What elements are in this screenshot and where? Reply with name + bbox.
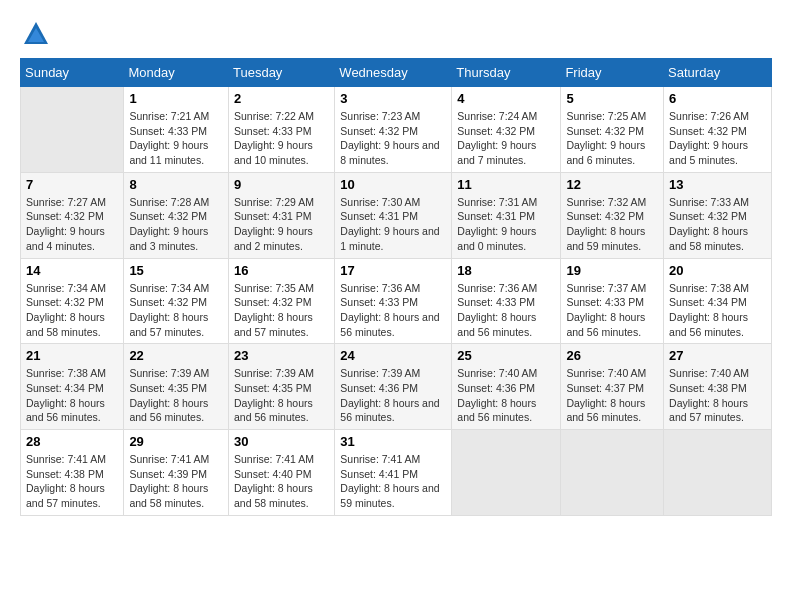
- sunrise-text: Sunrise: 7:36 AM: [340, 281, 446, 296]
- daylight-text: Daylight: 9 hours and 8 minutes.: [340, 138, 446, 167]
- sunrise-text: Sunrise: 7:35 AM: [234, 281, 329, 296]
- daylight-text: Daylight: 9 hours and 7 minutes.: [457, 138, 555, 167]
- daylight-text: Daylight: 8 hours and 56 minutes.: [340, 310, 446, 339]
- sunset-text: Sunset: 4:34 PM: [26, 381, 118, 396]
- sunset-text: Sunset: 4:36 PM: [457, 381, 555, 396]
- daylight-text: Daylight: 8 hours and 56 minutes.: [669, 310, 766, 339]
- daylight-text: Daylight: 9 hours and 11 minutes.: [129, 138, 223, 167]
- header-day: Friday: [561, 59, 664, 87]
- cell-content: Sunrise: 7:39 AM Sunset: 4:36 PM Dayligh…: [340, 366, 446, 425]
- day-number: 31: [340, 434, 446, 449]
- sunrise-text: Sunrise: 7:39 AM: [234, 366, 329, 381]
- cell-content: Sunrise: 7:39 AM Sunset: 4:35 PM Dayligh…: [234, 366, 329, 425]
- cell-content: Sunrise: 7:34 AM Sunset: 4:32 PM Dayligh…: [129, 281, 223, 340]
- sunset-text: Sunset: 4:36 PM: [340, 381, 446, 396]
- calendar-week-row: 7 Sunrise: 7:27 AM Sunset: 4:32 PM Dayli…: [21, 172, 772, 258]
- sunset-text: Sunset: 4:32 PM: [669, 209, 766, 224]
- daylight-text: Daylight: 9 hours and 2 minutes.: [234, 224, 329, 253]
- sunset-text: Sunset: 4:32 PM: [340, 124, 446, 139]
- sunrise-text: Sunrise: 7:40 AM: [669, 366, 766, 381]
- day-number: 11: [457, 177, 555, 192]
- day-number: 4: [457, 91, 555, 106]
- cell-content: Sunrise: 7:36 AM Sunset: 4:33 PM Dayligh…: [340, 281, 446, 340]
- day-number: 22: [129, 348, 223, 363]
- sunrise-text: Sunrise: 7:31 AM: [457, 195, 555, 210]
- cell-content: Sunrise: 7:29 AM Sunset: 4:31 PM Dayligh…: [234, 195, 329, 254]
- day-number: 12: [566, 177, 658, 192]
- calendar-cell: [561, 430, 664, 516]
- sunrise-text: Sunrise: 7:28 AM: [129, 195, 223, 210]
- sunrise-text: Sunrise: 7:24 AM: [457, 109, 555, 124]
- daylight-text: Daylight: 8 hours and 58 minutes.: [669, 224, 766, 253]
- sunrise-text: Sunrise: 7:34 AM: [26, 281, 118, 296]
- sunrise-text: Sunrise: 7:32 AM: [566, 195, 658, 210]
- daylight-text: Daylight: 8 hours and 57 minutes.: [129, 310, 223, 339]
- day-number: 3: [340, 91, 446, 106]
- daylight-text: Daylight: 9 hours and 5 minutes.: [669, 138, 766, 167]
- sunset-text: Sunset: 4:41 PM: [340, 467, 446, 482]
- sunset-text: Sunset: 4:34 PM: [669, 295, 766, 310]
- header-day: Tuesday: [228, 59, 334, 87]
- cell-content: Sunrise: 7:24 AM Sunset: 4:32 PM Dayligh…: [457, 109, 555, 168]
- daylight-text: Daylight: 8 hours and 56 minutes.: [129, 396, 223, 425]
- calendar-cell: 28 Sunrise: 7:41 AM Sunset: 4:38 PM Dayl…: [21, 430, 124, 516]
- calendar-cell: 11 Sunrise: 7:31 AM Sunset: 4:31 PM Dayl…: [452, 172, 561, 258]
- calendar-cell: 15 Sunrise: 7:34 AM Sunset: 4:32 PM Dayl…: [124, 258, 229, 344]
- sunset-text: Sunset: 4:37 PM: [566, 381, 658, 396]
- daylight-text: Daylight: 8 hours and 59 minutes.: [340, 481, 446, 510]
- calendar-cell: 12 Sunrise: 7:32 AM Sunset: 4:32 PM Dayl…: [561, 172, 664, 258]
- calendar-cell: 29 Sunrise: 7:41 AM Sunset: 4:39 PM Dayl…: [124, 430, 229, 516]
- cell-content: Sunrise: 7:30 AM Sunset: 4:31 PM Dayligh…: [340, 195, 446, 254]
- daylight-text: Daylight: 8 hours and 56 minutes.: [234, 396, 329, 425]
- calendar-cell: 21 Sunrise: 7:38 AM Sunset: 4:34 PM Dayl…: [21, 344, 124, 430]
- cell-content: Sunrise: 7:40 AM Sunset: 4:38 PM Dayligh…: [669, 366, 766, 425]
- cell-content: Sunrise: 7:41 AM Sunset: 4:38 PM Dayligh…: [26, 452, 118, 511]
- sunset-text: Sunset: 4:32 PM: [457, 124, 555, 139]
- cell-content: Sunrise: 7:34 AM Sunset: 4:32 PM Dayligh…: [26, 281, 118, 340]
- cell-content: Sunrise: 7:36 AM Sunset: 4:33 PM Dayligh…: [457, 281, 555, 340]
- calendar-cell: 26 Sunrise: 7:40 AM Sunset: 4:37 PM Dayl…: [561, 344, 664, 430]
- header-day: Wednesday: [335, 59, 452, 87]
- sunrise-text: Sunrise: 7:39 AM: [340, 366, 446, 381]
- daylight-text: Daylight: 9 hours and 0 minutes.: [457, 224, 555, 253]
- sunset-text: Sunset: 4:40 PM: [234, 467, 329, 482]
- day-number: 19: [566, 263, 658, 278]
- cell-content: Sunrise: 7:41 AM Sunset: 4:40 PM Dayligh…: [234, 452, 329, 511]
- cell-content: Sunrise: 7:38 AM Sunset: 4:34 PM Dayligh…: [26, 366, 118, 425]
- cell-content: Sunrise: 7:22 AM Sunset: 4:33 PM Dayligh…: [234, 109, 329, 168]
- calendar-cell: 31 Sunrise: 7:41 AM Sunset: 4:41 PM Dayl…: [335, 430, 452, 516]
- sunset-text: Sunset: 4:39 PM: [129, 467, 223, 482]
- sunrise-text: Sunrise: 7:26 AM: [669, 109, 766, 124]
- calendar-cell: 17 Sunrise: 7:36 AM Sunset: 4:33 PM Dayl…: [335, 258, 452, 344]
- calendar-cell: 18 Sunrise: 7:36 AM Sunset: 4:33 PM Dayl…: [452, 258, 561, 344]
- calendar-cell: 4 Sunrise: 7:24 AM Sunset: 4:32 PM Dayli…: [452, 87, 561, 173]
- calendar-cell: 19 Sunrise: 7:37 AM Sunset: 4:33 PM Dayl…: [561, 258, 664, 344]
- sunset-text: Sunset: 4:33 PM: [340, 295, 446, 310]
- calendar-cell: 6 Sunrise: 7:26 AM Sunset: 4:32 PM Dayli…: [664, 87, 772, 173]
- day-number: 24: [340, 348, 446, 363]
- day-number: 1: [129, 91, 223, 106]
- daylight-text: Daylight: 9 hours and 3 minutes.: [129, 224, 223, 253]
- calendar-cell: 2 Sunrise: 7:22 AM Sunset: 4:33 PM Dayli…: [228, 87, 334, 173]
- sunset-text: Sunset: 4:35 PM: [234, 381, 329, 396]
- sunrise-text: Sunrise: 7:29 AM: [234, 195, 329, 210]
- header-day: Monday: [124, 59, 229, 87]
- calendar-cell: 30 Sunrise: 7:41 AM Sunset: 4:40 PM Dayl…: [228, 430, 334, 516]
- day-number: 21: [26, 348, 118, 363]
- sunset-text: Sunset: 4:32 PM: [26, 295, 118, 310]
- header-day: Thursday: [452, 59, 561, 87]
- daylight-text: Daylight: 9 hours and 1 minute.: [340, 224, 446, 253]
- calendar-cell: 7 Sunrise: 7:27 AM Sunset: 4:32 PM Dayli…: [21, 172, 124, 258]
- calendar-cell: 10 Sunrise: 7:30 AM Sunset: 4:31 PM Dayl…: [335, 172, 452, 258]
- day-number: 15: [129, 263, 223, 278]
- daylight-text: Daylight: 9 hours and 6 minutes.: [566, 138, 658, 167]
- sunset-text: Sunset: 4:33 PM: [566, 295, 658, 310]
- cell-content: Sunrise: 7:40 AM Sunset: 4:36 PM Dayligh…: [457, 366, 555, 425]
- sunrise-text: Sunrise: 7:41 AM: [129, 452, 223, 467]
- sunrise-text: Sunrise: 7:41 AM: [340, 452, 446, 467]
- cell-content: Sunrise: 7:32 AM Sunset: 4:32 PM Dayligh…: [566, 195, 658, 254]
- day-number: 5: [566, 91, 658, 106]
- cell-content: Sunrise: 7:31 AM Sunset: 4:31 PM Dayligh…: [457, 195, 555, 254]
- day-number: 2: [234, 91, 329, 106]
- calendar-cell: [452, 430, 561, 516]
